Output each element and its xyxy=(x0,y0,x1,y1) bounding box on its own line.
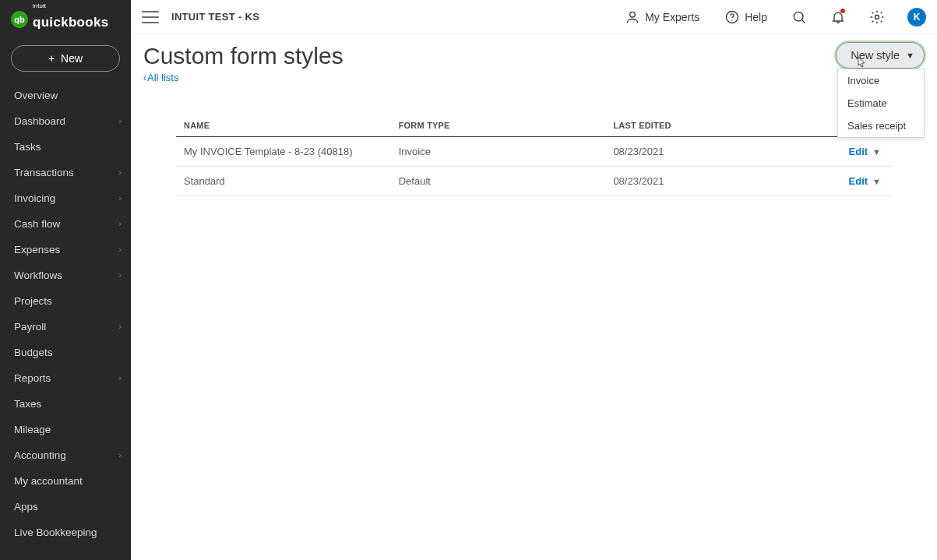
chevron-right-icon: › xyxy=(118,450,122,460)
chevron-right-icon: › xyxy=(118,322,122,331)
help-label: Help xyxy=(745,11,767,23)
cell-form-type: Default xyxy=(391,167,606,196)
column-header-last-edited[interactable]: LAST EDITED xyxy=(605,114,805,137)
chevron-down-icon: ▼ xyxy=(906,51,914,60)
chevron-left-icon: ‹ xyxy=(143,72,146,83)
sidebar-item-cash-flow[interactable]: Cash flow› xyxy=(0,211,131,237)
chevron-right-icon: › xyxy=(118,270,122,280)
sidebar-item-label: Projects xyxy=(14,295,52,307)
dropdown-item-sales-receipt[interactable]: Sales receipt xyxy=(838,114,924,137)
sidebar-item-my-accountant[interactable]: My accountant xyxy=(0,468,131,494)
sidebar-item-taxes[interactable]: Taxes xyxy=(0,391,131,417)
notification-dot-icon xyxy=(840,9,845,13)
notifications-button[interactable] xyxy=(825,4,851,30)
sidebar-item-label: Budgets xyxy=(14,347,53,358)
edit-button[interactable]: Edit▼ xyxy=(849,146,884,157)
sidebar-item-dashboard[interactable]: Dashboard› xyxy=(0,108,131,134)
new-button-label: New xyxy=(61,52,83,65)
brand-badge-icon: qb xyxy=(11,11,28,28)
svg-point-3 xyxy=(794,12,803,21)
avatar[interactable]: K xyxy=(907,8,926,26)
table-row: My INVOICE Template - 8-23 (40818)Invoic… xyxy=(176,137,892,167)
sidebar-item-label: Taxes xyxy=(14,398,41,410)
all-lists-link[interactable]: ‹ All lists xyxy=(143,72,178,83)
sidebar-item-expenses[interactable]: Expenses› xyxy=(0,237,131,262)
sidebar-item-payroll[interactable]: Payroll› xyxy=(0,314,131,340)
new-button[interactable]: + New xyxy=(11,45,120,72)
svg-point-5 xyxy=(875,15,879,19)
sidebar-item-label: Accounting xyxy=(14,449,66,461)
sidebar-item-label: Apps xyxy=(14,501,38,512)
company-name: INTUIT TEST - KS xyxy=(171,11,259,23)
edit-button[interactable]: Edit▼ xyxy=(849,175,884,187)
dropdown-item-estimate[interactable]: Estimate xyxy=(838,92,924,114)
sidebar-item-label: Dashboard xyxy=(14,115,65,127)
dropdown-item-invoice[interactable]: Invoice xyxy=(838,69,924,92)
sidebar-item-invoicing[interactable]: Invoicing› xyxy=(0,185,131,211)
cell-last-edited: 08/23/2021 xyxy=(605,137,805,167)
sidebar-item-label: Transactions xyxy=(14,167,74,178)
chevron-right-icon: › xyxy=(118,193,122,203)
form-styles-table: NAME FORM TYPE LAST EDITED My INVOICE Te… xyxy=(176,114,892,196)
sidebar-item-accounting[interactable]: Accounting› xyxy=(0,442,131,468)
cell-actions: Edit▼ xyxy=(806,167,892,196)
sidebar-item-label: Live Bookkeeping xyxy=(14,527,97,538)
sidebar-item-workflows[interactable]: Workflows› xyxy=(0,262,131,288)
sidebar-item-label: Workflows xyxy=(14,269,62,281)
svg-point-2 xyxy=(732,19,733,20)
brand-logo[interactable]: qb intuit quickbooks xyxy=(0,6,131,42)
sidebar-item-apps[interactable]: Apps xyxy=(0,494,131,519)
svg-line-4 xyxy=(802,19,805,23)
cell-name: Standard xyxy=(176,167,391,196)
sidebar-item-label: Expenses xyxy=(14,244,60,255)
plus-icon: + xyxy=(48,53,55,64)
my-experts-button[interactable]: My Experts xyxy=(618,5,706,30)
help-button[interactable]: Help xyxy=(718,5,773,30)
cell-name: My INVOICE Template - 8-23 (40818) xyxy=(176,137,391,167)
sidebar-item-budgets[interactable]: Budgets xyxy=(0,340,131,365)
edit-label: Edit xyxy=(849,175,868,187)
chevron-down-icon: ▼ xyxy=(872,147,881,157)
hamburger-icon[interactable] xyxy=(142,11,159,23)
sidebar-item-mileage[interactable]: Mileage xyxy=(0,417,131,442)
sidebar-item-label: Cash flow xyxy=(14,218,60,230)
chevron-right-icon: › xyxy=(118,167,122,177)
page-title: Custom form styles xyxy=(143,42,925,70)
sidebar-item-label: Reports xyxy=(14,372,51,384)
cell-last-edited: 08/23/2021 xyxy=(605,167,805,196)
chevron-right-icon: › xyxy=(118,245,122,254)
column-header-form-type[interactable]: FORM TYPE xyxy=(391,114,606,137)
sidebar-item-reports[interactable]: Reports› xyxy=(0,365,131,391)
chevron-down-icon: ▼ xyxy=(872,177,881,186)
column-header-name[interactable]: NAME xyxy=(176,114,391,137)
sidebar-item-tasks[interactable]: Tasks xyxy=(0,134,131,160)
chevron-right-icon: › xyxy=(118,116,122,125)
gear-icon xyxy=(869,9,885,25)
cell-actions: Edit▼ xyxy=(806,137,892,167)
main-panel: INTUIT TEST - KS My Experts Help K xyxy=(131,0,937,560)
person-icon xyxy=(625,9,640,25)
sidebar-item-label: Mileage xyxy=(14,424,51,435)
settings-button[interactable] xyxy=(864,4,890,30)
sidebar-item-live-bookkeeping[interactable]: Live Bookkeeping xyxy=(0,519,131,545)
sidebar-item-label: Tasks xyxy=(14,141,41,153)
sidebar-item-label: My accountant xyxy=(14,475,83,487)
sidebar-item-label: Overview xyxy=(14,90,58,101)
top-header: INTUIT TEST - KS My Experts Help K xyxy=(131,0,937,34)
chevron-right-icon: › xyxy=(118,219,122,228)
new-style-dropdown: InvoiceEstimateSales receipt xyxy=(837,69,925,138)
sidebar-nav: OverviewDashboard›TasksTransactions›Invo… xyxy=(0,83,131,551)
table-row: StandardDefault08/23/2021Edit▼ xyxy=(176,167,892,196)
svg-point-0 xyxy=(630,12,636,17)
chevron-right-icon: › xyxy=(118,373,122,382)
all-lists-label: All lists xyxy=(147,72,178,83)
new-style-button[interactable]: New style ▼ xyxy=(836,42,925,69)
sidebar-item-transactions[interactable]: Transactions› xyxy=(0,160,131,185)
brand-superscript: intuit xyxy=(33,3,108,9)
search-icon xyxy=(791,9,807,25)
search-button[interactable] xyxy=(786,4,812,30)
sidebar-item-overview[interactable]: Overview xyxy=(0,83,131,108)
brand-name: quickbooks xyxy=(33,16,108,30)
my-experts-label: My Experts xyxy=(645,11,699,23)
sidebar-item-projects[interactable]: Projects xyxy=(0,288,131,314)
